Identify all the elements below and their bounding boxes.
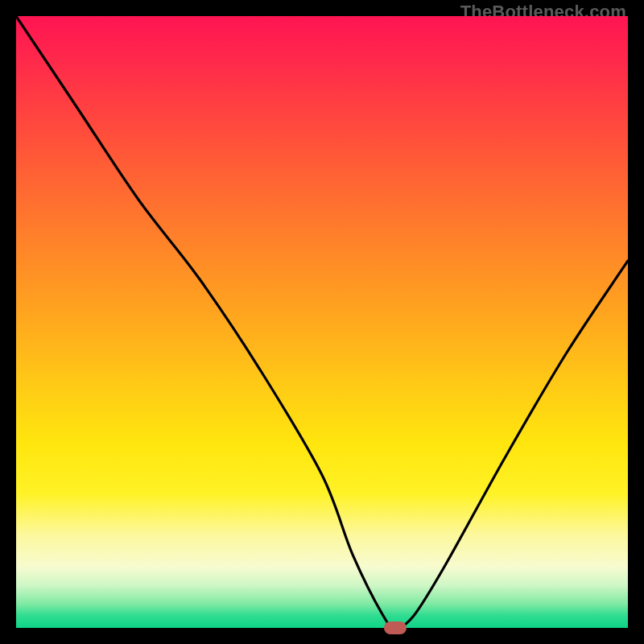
bottleneck-curve [16,16,628,628]
plot-area [16,16,628,628]
optimal-point-marker [384,621,407,634]
chart-frame: TheBottleneck.com [0,0,644,644]
